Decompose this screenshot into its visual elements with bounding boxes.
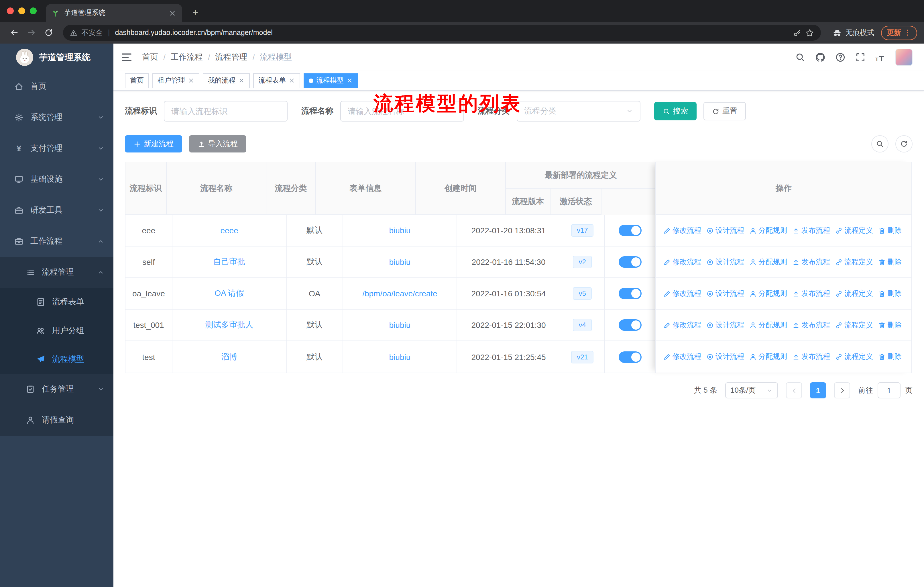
show-search-button[interactable] bbox=[871, 135, 888, 152]
action-assign-rules[interactable]: 分配规则 bbox=[749, 226, 787, 235]
tag-home[interactable]: 首页 bbox=[125, 73, 149, 88]
action-modify-process[interactable]: 修改流程 bbox=[663, 289, 701, 298]
cell-form-info[interactable]: biubiu bbox=[343, 246, 457, 278]
form-info-link[interactable]: biubiu bbox=[389, 257, 411, 266]
action-design-process[interactable]: 设计流程 bbox=[706, 320, 744, 330]
github-icon[interactable] bbox=[815, 52, 825, 63]
action-delete[interactable]: 删除 bbox=[878, 352, 902, 362]
tag-process-form[interactable]: 流程表单 bbox=[253, 73, 300, 88]
active-toggle[interactable] bbox=[619, 256, 642, 268]
process-category-select[interactable]: 流程分类 bbox=[517, 101, 640, 122]
action-design-process[interactable]: 设计流程 bbox=[706, 289, 744, 298]
tag-tenant-mgmt[interactable]: 租户管理 bbox=[152, 73, 200, 88]
action-delete[interactable]: 删除 bbox=[878, 226, 902, 235]
action-process-definition[interactable]: 流程定义 bbox=[835, 226, 873, 235]
new-tab-button[interactable]: + bbox=[188, 5, 203, 20]
process-name-link[interactable]: eeee bbox=[220, 226, 238, 235]
sidebar-item-infrastructure[interactable]: 基础设施 bbox=[0, 164, 114, 195]
browser-tab[interactable]: 芋道管理系统 bbox=[46, 4, 182, 22]
process-name-link[interactable]: OA 请假 bbox=[214, 288, 244, 299]
sidebar-item-system-mgmt[interactable]: 系统管理 bbox=[0, 102, 114, 133]
cell-process-name[interactable]: OA 请假 bbox=[172, 278, 287, 309]
prev-page-button[interactable] bbox=[786, 382, 802, 398]
action-modify-process[interactable]: 修改流程 bbox=[663, 352, 701, 362]
action-delete[interactable]: 删除 bbox=[878, 320, 902, 330]
form-info-link[interactable]: biubiu bbox=[389, 321, 411, 330]
cell-process-name[interactable]: 自己审批 bbox=[172, 246, 287, 278]
breadcrumb-item[interactable]: 工作流程 bbox=[171, 52, 203, 63]
cell-form-info[interactable]: biubiu bbox=[343, 215, 457, 246]
help-icon[interactable] bbox=[835, 52, 845, 63]
action-assign-rules[interactable]: 分配规则 bbox=[749, 289, 787, 298]
forward-icon[interactable] bbox=[24, 25, 39, 40]
sidebar-item-workflow[interactable]: 工作流程 bbox=[0, 226, 114, 257]
cell-form-info[interactable]: biubiu bbox=[343, 309, 457, 341]
sidebar-item-task-mgmt[interactable]: 任务管理 bbox=[0, 374, 114, 405]
page-size-select[interactable]: 10条/页 bbox=[725, 382, 778, 398]
process-key-input[interactable] bbox=[164, 101, 287, 122]
cell-form-info[interactable]: biubiu bbox=[343, 341, 457, 373]
sidebar-item-payment-mgmt[interactable]: ¥ 支付管理 bbox=[0, 133, 114, 164]
browser-update-button[interactable]: 更新 bbox=[881, 25, 917, 40]
search-button[interactable]: 搜索 bbox=[654, 102, 696, 121]
fullscreen-icon[interactable] bbox=[855, 52, 866, 63]
sidebar-item-home[interactable]: 首页 bbox=[0, 71, 114, 102]
tag-my-process[interactable]: 我的流程 bbox=[203, 73, 250, 88]
process-name-link[interactable]: 滔博 bbox=[221, 352, 238, 362]
action-assign-rules[interactable]: 分配规则 bbox=[749, 320, 787, 330]
breadcrumb-item[interactable]: 流程管理 bbox=[215, 52, 248, 63]
action-assign-rules[interactable]: 分配规则 bbox=[749, 257, 787, 267]
back-icon[interactable] bbox=[7, 25, 22, 40]
action-process-definition[interactable]: 流程定义 bbox=[835, 320, 873, 330]
action-process-definition[interactable]: 流程定义 bbox=[835, 289, 873, 298]
cell-process-name[interactable]: 滔博 bbox=[172, 341, 287, 373]
action-publish-process[interactable]: 发布流程 bbox=[792, 226, 830, 235]
fontsize-icon[interactable]: TT bbox=[875, 52, 886, 63]
form-info-link[interactable]: biubiu bbox=[389, 352, 411, 361]
tab-close-icon[interactable] bbox=[168, 9, 177, 17]
page-number-button[interactable]: 1 bbox=[810, 382, 826, 398]
action-process-definition[interactable]: 流程定义 bbox=[835, 257, 873, 267]
reset-button[interactable]: 重置 bbox=[703, 102, 746, 121]
bookmark-star-icon[interactable] bbox=[805, 28, 814, 37]
close-icon[interactable] bbox=[238, 78, 244, 84]
action-delete[interactable]: 删除 bbox=[878, 257, 902, 267]
action-publish-process[interactable]: 发布流程 bbox=[792, 352, 830, 362]
action-modify-process[interactable]: 修改流程 bbox=[663, 320, 701, 330]
hamburger-icon[interactable] bbox=[120, 51, 133, 64]
next-page-button[interactable] bbox=[834, 382, 850, 398]
app-logo[interactable]: 芋道管理系统 bbox=[0, 43, 114, 71]
active-toggle[interactable] bbox=[619, 351, 642, 362]
action-design-process[interactable]: 设计流程 bbox=[706, 257, 744, 267]
process-name-link[interactable]: 测试多审批人 bbox=[205, 320, 254, 330]
action-modify-process[interactable]: 修改流程 bbox=[663, 226, 701, 235]
close-icon[interactable] bbox=[346, 78, 353, 84]
form-info-link[interactable]: /bpm/oa/leave/create bbox=[362, 289, 437, 298]
action-publish-process[interactable]: 发布流程 bbox=[792, 320, 830, 330]
action-publish-process[interactable]: 发布流程 bbox=[792, 257, 830, 267]
action-modify-process[interactable]: 修改流程 bbox=[663, 257, 701, 267]
tag-process-model[interactable]: 流程模型 bbox=[304, 73, 358, 88]
form-info-link[interactable]: biubiu bbox=[389, 226, 411, 235]
reload-icon[interactable] bbox=[41, 25, 56, 40]
password-key-icon[interactable] bbox=[793, 28, 802, 37]
create-process-button[interactable]: 新建流程 bbox=[125, 135, 182, 152]
sidebar-item-process-model[interactable]: 流程模型 bbox=[0, 345, 114, 374]
sidebar-item-user-group[interactable]: 用户分组 bbox=[0, 316, 114, 345]
search-icon[interactable] bbox=[795, 52, 805, 63]
address-bar[interactable]: 不安全 | dashboard.yudao.iocoder.cn/bpm/man… bbox=[63, 25, 821, 41]
active-toggle[interactable] bbox=[619, 225, 642, 236]
sidebar-item-dev-tools[interactable]: 研发工具 bbox=[0, 195, 114, 226]
kebab-menu-icon[interactable] bbox=[903, 29, 911, 37]
action-design-process[interactable]: 设计流程 bbox=[706, 352, 744, 362]
user-avatar[interactable] bbox=[895, 49, 912, 66]
action-process-definition[interactable]: 流程定义 bbox=[835, 352, 873, 362]
goto-page-input[interactable] bbox=[878, 382, 901, 398]
minimize-window-button[interactable] bbox=[18, 7, 25, 14]
maximize-window-button[interactable] bbox=[30, 7, 37, 14]
close-icon[interactable] bbox=[188, 78, 194, 84]
action-design-process[interactable]: 设计流程 bbox=[706, 226, 744, 235]
active-toggle[interactable] bbox=[619, 319, 642, 331]
action-assign-rules[interactable]: 分配规则 bbox=[749, 352, 787, 362]
sidebar-item-leave-query[interactable]: 请假查询 bbox=[0, 405, 114, 436]
